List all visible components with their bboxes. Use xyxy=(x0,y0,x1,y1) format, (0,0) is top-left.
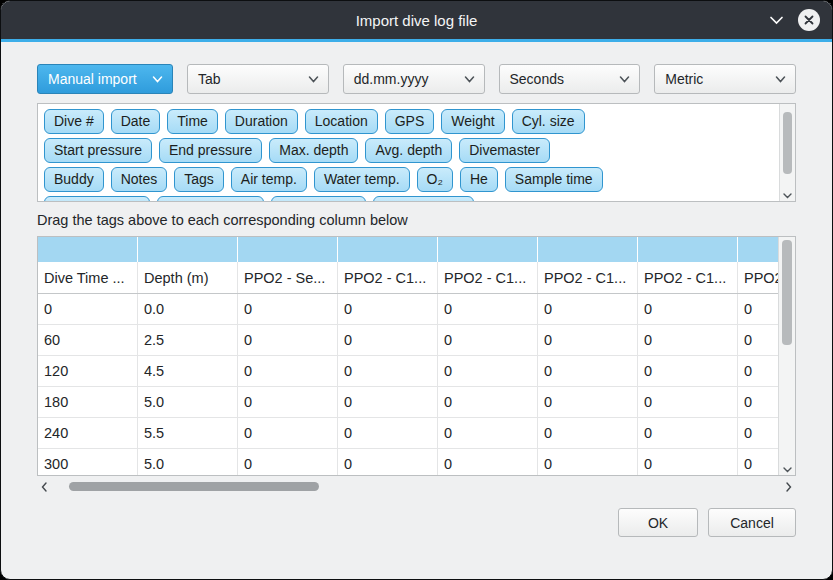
tag-sample-po[interactable]: Sample pO₂ xyxy=(271,196,366,201)
field-separator-value: Tab xyxy=(198,71,221,87)
drop-cell-7[interactable] xyxy=(738,237,779,262)
column-header: PPO2 - C1... xyxy=(538,262,638,293)
table-cell: 0 xyxy=(338,325,438,355)
table-cell: 0 xyxy=(238,356,338,386)
instruction-label: Drag the tags above to each correspondin… xyxy=(37,212,796,228)
chevron-down-icon xyxy=(152,76,163,83)
units-select[interactable]: Metric xyxy=(654,64,796,94)
tag-o[interactable]: O₂ xyxy=(417,167,453,192)
scrollbar-thumb[interactable] xyxy=(782,240,792,345)
chevron-down-icon xyxy=(464,76,475,83)
table-cell: 0 xyxy=(538,387,638,417)
dialog-buttons: OK Cancel xyxy=(37,508,796,537)
close-icon xyxy=(804,15,814,25)
table-cell: 180 xyxy=(38,387,138,417)
tag-area-scrollbar[interactable] xyxy=(779,104,795,201)
tag-sample-depth[interactable]: Sample depth xyxy=(44,196,150,201)
dialog-content: Manual import Tab dd.mm.yyyy Seconds Met… xyxy=(1,42,832,579)
import-type-value: Manual import xyxy=(48,71,137,87)
tag-cyl-size[interactable]: Cyl. size xyxy=(512,109,585,134)
tag-sample-time[interactable]: Sample time xyxy=(505,167,603,192)
tag-dive[interactable]: Dive # xyxy=(44,109,104,134)
tag-date[interactable]: Date xyxy=(111,109,161,134)
cancel-button[interactable]: Cancel xyxy=(708,508,796,537)
table-cell: 0.0 xyxy=(138,294,238,324)
table-cell: 0 xyxy=(638,325,738,355)
scrollbar-thumb[interactable] xyxy=(783,112,792,174)
drop-cell-1[interactable] xyxy=(138,237,238,262)
field-separator-select[interactable]: Tab xyxy=(187,64,329,94)
tag-row: Dive #DateTimeDurationLocationGPSWeightC… xyxy=(44,109,774,134)
tag-duration[interactable]: Duration xyxy=(225,109,298,134)
column-header: PPO2 - Se... xyxy=(238,262,338,293)
table-cell: 0 xyxy=(38,294,138,324)
table-horizontal-scrollbar[interactable] xyxy=(37,479,796,494)
tag-sample-temp[interactable]: Sample temp. xyxy=(157,196,263,201)
tag-time[interactable]: Time xyxy=(167,109,218,134)
tag-end-pressure[interactable]: End pressure xyxy=(159,138,262,163)
tag-location[interactable]: Location xyxy=(305,109,378,134)
drop-cell-2[interactable] xyxy=(238,237,338,262)
import-type-select[interactable]: Manual import xyxy=(37,64,173,94)
drop-cell-5[interactable] xyxy=(538,237,638,262)
table-cell: 4.5 xyxy=(138,356,238,386)
duration-format-value: Seconds xyxy=(510,71,564,87)
date-format-select[interactable]: dd.mm.yyyy xyxy=(343,64,485,94)
titlebar[interactable]: Import dive log file xyxy=(1,1,832,39)
table-cell: 0 xyxy=(638,449,738,475)
table-cell: 0 xyxy=(638,418,738,448)
tag-notes[interactable]: Notes xyxy=(111,167,168,192)
duration-format-select[interactable]: Seconds xyxy=(499,64,641,94)
chevron-down-icon xyxy=(775,76,786,83)
table-cell: 0 xyxy=(338,294,438,324)
table-cell: 0 xyxy=(438,325,538,355)
tag-max-depth[interactable]: Max. depth xyxy=(269,138,358,163)
drop-cell-4[interactable] xyxy=(438,237,538,262)
window-title: Import dive log file xyxy=(356,12,478,29)
tag-tags[interactable]: Tags xyxy=(174,167,224,192)
close-button[interactable] xyxy=(798,9,820,31)
table-cell: 300 xyxy=(38,449,138,475)
preview-table-inner: Dive Time ...Depth (m)PPO2 - Se...PPO2 -… xyxy=(38,237,779,475)
scrollbar-track[interactable] xyxy=(51,479,782,494)
drop-cell-3[interactable] xyxy=(338,237,438,262)
shade-button[interactable] xyxy=(769,16,784,25)
tag-air-temp[interactable]: Air temp. xyxy=(231,167,307,192)
drop-cell-0[interactable] xyxy=(38,237,138,262)
table-cell: 0 xyxy=(238,294,338,324)
scroll-right-button[interactable] xyxy=(782,482,796,492)
scroll-right-icon xyxy=(786,482,792,492)
table-row: 3005.0000000 xyxy=(38,449,779,475)
drop-cell-6[interactable] xyxy=(638,237,738,262)
tag-he[interactable]: He xyxy=(460,167,498,192)
scrollbar-thumb[interactable] xyxy=(69,482,319,491)
column-header: PPO2 - C1... xyxy=(438,262,538,293)
scroll-left-button[interactable] xyxy=(37,482,51,492)
column-header: PPO2 xyxy=(738,262,779,293)
tag-area: Dive #DateTimeDurationLocationGPSWeightC… xyxy=(37,103,796,202)
column-header: PPO2 - C1... xyxy=(638,262,738,293)
tag-avg-depth[interactable]: Avg. depth xyxy=(365,138,452,163)
table-cell: 0 xyxy=(538,418,638,448)
ok-button[interactable]: OK xyxy=(618,508,698,537)
table-cell: 0 xyxy=(538,449,638,475)
chevron-down-icon xyxy=(619,76,630,83)
tag-gps[interactable]: GPS xyxy=(385,109,435,134)
scroll-down-button[interactable] xyxy=(779,467,795,473)
header-row: Dive Time ...Depth (m)PPO2 - Se...PPO2 -… xyxy=(38,262,779,294)
tag-buddy[interactable]: Buddy xyxy=(44,167,104,192)
table-cell: 0 xyxy=(338,356,438,386)
table-cell: 120 xyxy=(38,356,138,386)
tag-sample-cns[interactable]: Sample CNS xyxy=(373,196,474,201)
table-cell: 0 xyxy=(638,387,738,417)
table-cell: 0 xyxy=(238,418,338,448)
table-vertical-scrollbar[interactable] xyxy=(778,237,795,475)
tag-weight[interactable]: Weight xyxy=(441,109,504,134)
tag-water-temp[interactable]: Water temp. xyxy=(314,167,410,192)
units-value: Metric xyxy=(665,71,703,87)
scroll-down-button[interactable] xyxy=(780,193,795,199)
table-cell: 60 xyxy=(38,325,138,355)
tag-divemaster[interactable]: Divemaster xyxy=(459,138,550,163)
table-cell: 0 xyxy=(738,325,779,355)
tag-start-pressure[interactable]: Start pressure xyxy=(44,138,152,163)
